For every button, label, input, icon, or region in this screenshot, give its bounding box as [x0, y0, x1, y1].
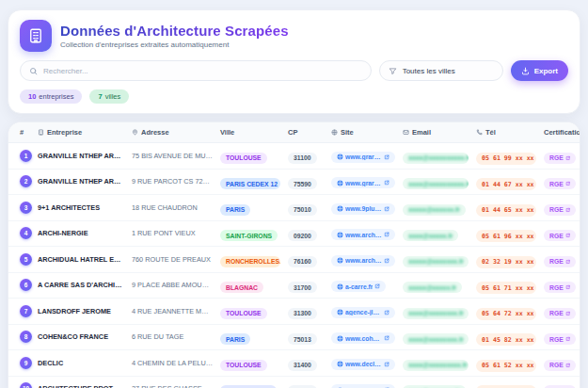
- website-link[interactable]: www.9plus1arch...: [331, 203, 395, 215]
- company-name-cell: 9+1 ARCHITECTES: [34, 195, 128, 221]
- email-badge-redacted: xxxxx@xxxxxx.fr: [403, 204, 466, 216]
- external-link-icon: [384, 206, 389, 212]
- address-cell: 6 RUE DU TAGE: [128, 324, 216, 350]
- table-row: 4ARCHI-NERGIE1 RUE PONT VIEUXSAINT-GIRON…: [8, 220, 580, 247]
- address-cell: 9 PLACE ABBE AMOUROUX: [128, 272, 216, 299]
- email-badge-redacted: xxxx@xxxxxxxx.fr: [403, 308, 469, 319]
- city-badge: TOULOUSE: [220, 308, 267, 319]
- certification-link[interactable]: RGE: [544, 360, 576, 371]
- certification-link[interactable]: RGE: [544, 230, 576, 241]
- company-name-cell: LANSDROFF JEROME: [34, 299, 128, 325]
- header-card: Données d'Architecture Scrapées Collecti…: [8, 9, 580, 114]
- phone-badge: 05 61 71 xx xx: [476, 282, 536, 294]
- website-link[interactable]: agence-jla.fr: [331, 307, 395, 318]
- website-link[interactable]: www.grarchitect...: [331, 177, 395, 188]
- email-masked-text: xxxx@xxxxxxxxx.fr: [408, 362, 468, 368]
- postal-code-cell: 75010: [284, 195, 327, 221]
- address-cell: 1 RUE PONT VIEUX: [128, 220, 216, 247]
- email-cell: xxxx@xxxxxxxx.fr: [399, 299, 472, 325]
- row-number-cell: 8: [8, 324, 34, 350]
- postal-code-cell: 09200: [284, 220, 327, 247]
- search-box[interactable]: [20, 60, 372, 81]
- table-row: 2GRANVILLE NTHEP ARCHITECTES9 RUE PARCOT…: [8, 169, 580, 195]
- website-link[interactable]: www.cohencob...: [331, 332, 395, 344]
- globe-icon: [337, 257, 343, 264]
- external-link-icon: [565, 311, 570, 316]
- website-link[interactable]: www.declic-arch...: [331, 359, 395, 370]
- row-number-badge: 4: [20, 227, 32, 239]
- certification-link[interactable]: RGE: [544, 204, 576, 216]
- company-name-cell: COHEN&CO FRANCE: [34, 324, 128, 350]
- col-header-site: Site: [327, 122, 399, 143]
- globe-icon: [337, 335, 343, 342]
- city-badge: TOULOUSE: [220, 153, 267, 164]
- email-masked-text: xxxxx@xxxxx.fr: [408, 284, 456, 291]
- col-header-certification: Certification: [540, 122, 580, 143]
- phone-badge: 01 45 82 xx xx: [476, 333, 536, 346]
- certification-link[interactable]: RGE: [544, 256, 576, 267]
- globe-icon: [337, 154, 343, 160]
- address-cell: 760 ROUTE DE PREAUX: [128, 247, 216, 273]
- company-name-cell: ARCHITECTURE PROTOTYPE: [34, 376, 128, 388]
- website-cell: agence-jla.fr: [327, 299, 399, 325]
- website-link[interactable]: www.archidual.fr: [331, 255, 395, 267]
- website-link[interactable]: a-carre.fr: [331, 281, 386, 292]
- pin-icon: [132, 129, 138, 136]
- city-filter-select[interactable]: Toutes les villes: [379, 60, 503, 81]
- email-cell: xxxx@xxxxxxxxx.fr: [399, 350, 472, 377]
- certification-link[interactable]: RGE: [544, 333, 576, 345]
- external-link-icon: [565, 181, 570, 186]
- address-cell: 4 CHEMIN DE LA PELUDE: [128, 350, 216, 377]
- email-badge-redacted: xxxx@xxxxxxxx.fr: [403, 333, 469, 345]
- search-input[interactable]: [43, 67, 362, 75]
- website-url: www.archi-nergi...: [345, 232, 382, 238]
- certification-label: RGE: [549, 181, 564, 187]
- address-cell: 4 RUE JEANNETTE MAC DONA...: [128, 299, 216, 325]
- row-number-badge: 7: [20, 305, 32, 317]
- phone-cell: 05 61 71 xx xx: [472, 272, 540, 299]
- funnel-icon: [389, 67, 397, 75]
- table-row: 9DECLIC4 CHEMIN DE LA PELUDETOULOUSE3140…: [8, 350, 580, 377]
- certification-link[interactable]: RGE: [544, 308, 576, 319]
- website-cell: www.archi-nergi...: [327, 220, 399, 247]
- row-number-badge: 10: [20, 382, 32, 388]
- row-number-badge: 3: [20, 202, 32, 214]
- email-cell: xxxx@xxxxx.fr: [399, 220, 472, 247]
- data-table-card: # Entreprise Adresse Ville CP Site E: [8, 121, 580, 388]
- col-header-tel: Tél: [472, 122, 540, 143]
- website-link[interactable]: www.grarchitect...: [331, 152, 395, 163]
- postal-code-badge: 31300: [288, 308, 317, 319]
- row-number-cell: 4: [8, 220, 34, 247]
- website-cell: www.archidual.fr: [327, 247, 399, 273]
- city-cell: PARIS CEDEX 12: [216, 169, 284, 195]
- table-row: 1GRANVILLE NTHEP ARCHITECTES75 BIS AVENU…: [8, 143, 580, 170]
- email-badge-redacted: xxxx@xxxxxxxxxx.fr: [403, 153, 469, 164]
- page: Données d'Architecture Scrapées Collecti…: [0, 0, 588, 388]
- export-button[interactable]: Export: [511, 60, 568, 81]
- certification-link[interactable]: RGE: [544, 178, 576, 189]
- email-badge-redacted: xxxx@xxxxxxxxxx.fr: [403, 178, 469, 189]
- email-cell: xxxx@xxxxxxxxxx.fr: [399, 169, 472, 195]
- certification-cell: RGE: [540, 169, 580, 195]
- companies-count: 10: [28, 92, 36, 101]
- row-number-badge: 5: [20, 253, 32, 266]
- certification-link[interactable]: RGE: [544, 153, 576, 164]
- external-link-icon: [384, 154, 389, 160]
- phone-cell: 03 88 83 xx xx: [472, 376, 540, 388]
- row-number-badge: 6: [20, 279, 32, 291]
- globe-icon: [337, 180, 343, 186]
- col-header-ville: Ville: [216, 122, 284, 143]
- certification-link[interactable]: RGE: [544, 282, 576, 293]
- website-link[interactable]: www.archi-nergi...: [331, 229, 395, 240]
- phone-cell: 05 61 96 xx xx: [472, 220, 540, 247]
- postal-code-cell: 31300: [284, 299, 327, 325]
- phone-icon: [476, 129, 483, 136]
- website-url: www.grarchitect...: [345, 154, 382, 160]
- certification-cell: RGE: [540, 143, 580, 170]
- city-cell: PARIS: [216, 195, 284, 221]
- city-badge: BLAGNAC: [220, 282, 263, 293]
- phone-cell: 01 44 67 xx xx: [472, 169, 540, 195]
- phone-badge: 05 61 96 xx xx: [476, 230, 536, 242]
- website-link[interactable]: www.architectur...: [331, 384, 395, 388]
- postal-code-badge: 76160: [288, 256, 317, 267]
